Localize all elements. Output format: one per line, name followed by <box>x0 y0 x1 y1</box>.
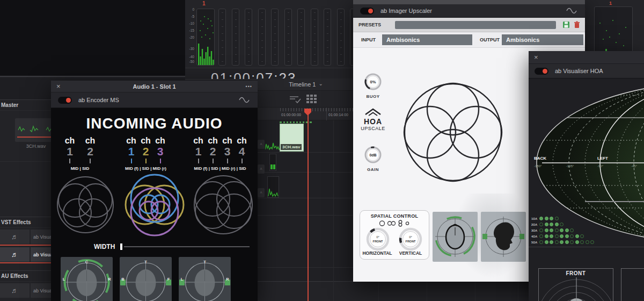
close-icon[interactable]: × <box>56 83 61 90</box>
svg-text:R: R <box>226 277 229 282</box>
order-row: 2OA <box>531 221 596 227</box>
toggle-on-dot <box>66 98 71 103</box>
scroll-line <box>585 201 644 202</box>
clip-name-label: 3CH.wav <box>281 144 302 150</box>
spatial-control-panel: SPATIAL CONTROL <box>360 210 429 260</box>
master-bin-header[interactable]: Master <box>0 99 58 111</box>
encoder-content: INCOMING AUDIO ch1ch2MID | SIDch1ch2ch3M… <box>51 108 258 301</box>
head-top-view-monitor <box>433 212 478 262</box>
bypass-toggle[interactable] <box>535 68 548 75</box>
timeline-name[interactable]: Timeline 1 <box>289 81 316 88</box>
sidebar-section-header: AU Effects <box>0 270 59 282</box>
channel-meter-empty <box>271 9 279 66</box>
sidebar-plugin-item[interactable]: ♬ab Visualiser <box>0 247 59 262</box>
timeline-header[interactable]: Timeline 1 ⌄ <box>258 78 354 91</box>
channel-meter-empty <box>245 9 252 66</box>
channel-number-right: 1 <box>609 1 612 6</box>
svg-text:C: C <box>85 260 89 264</box>
ambisonic-order-matrix: 1OA2OA3OA4OA5OA <box>531 216 596 245</box>
channel-meter-empty <box>232 9 239 66</box>
horizontal-knob[interactable]: 0° FRONT <box>365 227 391 251</box>
channel-meter-empty <box>284 9 292 66</box>
bypass-toggle[interactable] <box>360 8 374 15</box>
encoder-titlebar[interactable]: × Audio 1 - Slot 1 ••• <box>51 81 258 92</box>
music-note-icon: ♬ <box>0 247 30 262</box>
svg-text:0°: 0° <box>409 235 412 239</box>
grid-view-icon[interactable] <box>306 94 319 104</box>
svg-text:0%: 0% <box>370 80 376 84</box>
track-chip[interactable]: A <box>258 164 265 174</box>
flags-icon[interactable] <box>289 95 303 104</box>
svg-text:FRONT: FRONT <box>373 240 384 243</box>
plugin-name: ab Visualiser HOA <box>555 68 603 74</box>
order-row: 3OA <box>531 227 596 233</box>
svg-text:0dB: 0dB <box>369 153 376 157</box>
incoming-audio-heading: INCOMING AUDIO <box>51 115 258 132</box>
viewer-panel <box>0 0 185 77</box>
trash-icon[interactable] <box>574 21 580 28</box>
gain-knob[interactable]: 0dB <box>364 146 382 164</box>
vertical-knob[interactable]: 0° FRONT <box>398 227 423 251</box>
sidebar-plugin-item[interactable]: ♬ab Visualiser <box>0 283 59 298</box>
sine-wave-icon[interactable] <box>238 96 250 104</box>
svg-text:L: L <box>181 277 184 282</box>
playhead-line[interactable] <box>308 114 309 301</box>
svg-text:R: R <box>108 277 111 282</box>
upscale-title: UPSCALE <box>355 126 391 131</box>
side-view-panel-edge <box>621 268 644 301</box>
input-select[interactable]: Ambisonics <box>382 34 472 45</box>
order-row: 4OA <box>531 233 596 239</box>
monitor-heads: CLRTBFTLR <box>61 257 258 301</box>
presets-label: PRESETS <box>358 22 381 27</box>
hoa-upscale-icon <box>363 108 383 116</box>
channel-meter-empty <box>311 9 318 66</box>
pattern-4ch <box>192 173 254 236</box>
music-note-icon: ♬ <box>0 283 30 298</box>
track-mini-meter <box>269 154 276 171</box>
track-chip[interactable]: A <box>258 140 265 149</box>
channel-meter-empty <box>324 9 331 66</box>
pattern-mode-icons[interactable] <box>378 220 412 227</box>
svg-text:FRONT: FRONT <box>406 240 416 243</box>
pattern-3ch <box>123 173 186 236</box>
presets-bar: PRESETS <box>353 18 585 32</box>
width-slider-handle[interactable] <box>120 243 122 250</box>
width-slider-track[interactable] <box>124 246 250 247</box>
io-bar: INPUT Ambisonics OUTPUT Ambisonics <box>353 32 585 48</box>
bypass-toggle[interactable] <box>58 97 72 104</box>
close-icon[interactable]: × <box>534 54 538 61</box>
preset-name-field[interactable] <box>395 21 556 29</box>
channel-groups: ch1ch2MID | SIDch1ch2ch3MID (f) | SID | … <box>51 137 258 171</box>
horizontal-label: HORIZONTAL <box>361 250 393 256</box>
visualiser-content: BACK-180°-135°LEFT-90°-45° 1OA2OA3OA4OA5… <box>529 78 644 301</box>
timeline-toolbar <box>258 91 354 108</box>
encoder-plugin-window: × Audio 1 - Slot 1 ••• ab Encoder MS INC… <box>51 81 258 301</box>
polar-pattern-diagrams <box>51 173 258 236</box>
order-row: 1OA <box>531 216 596 221</box>
channel-group: ch1ch2ch3ch4MID (f) | SID | MID (r) | SI… <box>191 137 249 171</box>
track-chip[interactable]: A <box>258 188 265 197</box>
toggle-on-dot <box>368 9 373 13</box>
spatial-title: SPATIAL CONTROL <box>360 213 429 219</box>
width-label: WIDTH <box>94 243 115 250</box>
sine-wave-icon[interactable] <box>566 7 577 15</box>
timecode-display: 01:00:07:23 <box>185 69 354 80</box>
section-divider <box>529 247 644 247</box>
sidebar-plugin-item[interactable]: ♬ab Visualiser <box>0 230 59 244</box>
window-edge <box>353 0 585 4</box>
visualiser-titlebar[interactable]: × <box>529 51 644 64</box>
channel-meter-empty <box>297 9 305 66</box>
ruler-label: 01:00:14:00 <box>328 113 348 117</box>
channel-group: ch1ch2ch3MID (f) | SID | MID (r) <box>124 137 167 171</box>
output-select[interactable]: Ambisonics <box>502 34 583 45</box>
window-menu-icon[interactable]: ••• <box>246 84 252 89</box>
ruler-label: 01:00:00:00 <box>281 113 301 117</box>
seed-pattern-diagram <box>402 81 504 183</box>
channel-meter-empty <box>337 9 345 66</box>
plugin-name: ab Encoder MS <box>78 97 119 103</box>
fairlight-workspace: 1 0-5-10-15-20-30-40-50 <box>0 0 644 301</box>
imager-plugin-header: ab Imager Upscaler <box>353 4 585 18</box>
window-title: Audio 1 - Slot 1 <box>51 83 258 90</box>
save-icon[interactable] <box>562 21 570 28</box>
buoy-knob[interactable]: 0% <box>364 73 382 91</box>
